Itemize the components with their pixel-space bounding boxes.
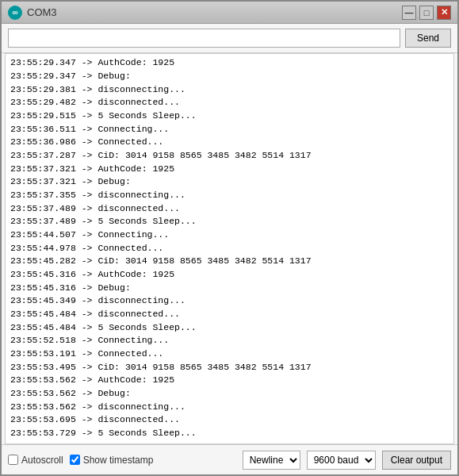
- window-title: COM3: [27, 6, 57, 18]
- baud-rate-dropdown[interactable]: 9600 baud: [307, 451, 376, 470]
- log-line: 23:55:37.287 -> CiD: 3014 9158 8565 3485…: [10, 149, 449, 163]
- log-line: 23:55:44.978 -> Connected...: [10, 242, 449, 255]
- log-line: 23:55:53.191 -> Connected...: [10, 347, 449, 361]
- log-line: 23:55:29.482 -> disconnected...: [10, 96, 449, 109]
- title-bar: ∞ COM3 — □ ✕: [2, 2, 457, 24]
- log-line: 23:55:52.518 -> Connecting...: [10, 334, 449, 347]
- log-line: 23:55:53.695 -> disconnected...: [10, 413, 449, 427]
- log-line: 23:55:37.489 -> 5 Seconds Sleep...: [10, 215, 449, 228]
- log-line: 23:55:44.507 -> Connecting...: [10, 228, 449, 242]
- log-line: 23:55:29.347 -> Debug:: [10, 70, 449, 83]
- log-line: 23:55:53.729 -> 5 Seconds Sleep...: [10, 427, 449, 440]
- autoscroll-label: Autoscroll: [21, 455, 63, 466]
- log-line: 23:55:53.562 -> AuthCode: 1925: [10, 374, 449, 387]
- clear-output-button[interactable]: Clear output: [382, 451, 451, 470]
- log-line: 23:55:45.316 -> Debug:: [10, 282, 449, 295]
- output-area[interactable]: 23:55:29.012 -> Connected...23:55:29.280…: [5, 53, 454, 444]
- log-line: 23:55:36.986 -> Connected...: [10, 136, 449, 149]
- show-timestamp-checkbox[interactable]: [70, 455, 80, 465]
- title-bar-left: ∞ COM3: [8, 6, 57, 20]
- show-timestamp-checkbox-label[interactable]: Show timestamp: [70, 455, 154, 466]
- newline-dropdown[interactable]: Newline: [243, 451, 300, 470]
- log-line: 23:55:45.484 -> disconnected...: [10, 308, 449, 321]
- log-line: 23:55:37.355 -> disconnecting...: [10, 189, 449, 202]
- arduino-logo-icon: ∞: [8, 6, 22, 20]
- log-line: 23:55:37.321 -> AuthCode: 1925: [10, 163, 449, 176]
- log-line: 23:55:37.489 -> disconnected...: [10, 202, 449, 216]
- log-line: 23:55:45.282 -> CiD: 3014 9158 8565 3485…: [10, 255, 449, 268]
- log-line: 23:55:53.562 -> Debug:: [10, 387, 449, 401]
- minimize-button[interactable]: —: [402, 6, 416, 20]
- autoscroll-checkbox[interactable]: [8, 455, 18, 465]
- log-line: 23:55:29.381 -> disconnecting...: [10, 83, 449, 97]
- log-line: 23:55:36.511 -> Connecting...: [10, 123, 449, 136]
- log-line: 23:55:45.349 -> disconnecting...: [10, 294, 449, 308]
- log-line: 23:55:45.316 -> AuthCode: 1925: [10, 268, 449, 282]
- send-button[interactable]: Send: [405, 29, 451, 48]
- autoscroll-checkbox-label[interactable]: Autoscroll: [8, 455, 63, 466]
- status-bar: Autoscroll Show timestamp Newline 9600 b…: [2, 444, 457, 474]
- log-line: 23:55:53.562 -> disconnecting...: [10, 401, 449, 414]
- serial-monitor-window: ∞ COM3 — □ ✕ Send 23:55:29.012 -> Connec…: [0, 0, 459, 476]
- maximize-button[interactable]: □: [419, 6, 434, 20]
- window-controls: — □ ✕: [402, 6, 451, 20]
- log-line: 23:55:29.347 -> AuthCode: 1925: [10, 56, 449, 70]
- serial-input[interactable]: [8, 29, 400, 48]
- close-button[interactable]: ✕: [437, 6, 451, 20]
- log-line: 23:55:45.484 -> 5 Seconds Sleep...: [10, 321, 449, 335]
- show-timestamp-label: Show timestamp: [83, 455, 154, 466]
- log-line: 23:55:37.321 -> Debug:: [10, 175, 449, 189]
- toolbar: Send: [2, 24, 457, 53]
- log-line: 23:55:53.495 -> CiD: 3014 9158 8565 3485…: [10, 361, 449, 374]
- log-line: 23:55:29.515 -> 5 Seconds Sleep...: [10, 109, 449, 123]
